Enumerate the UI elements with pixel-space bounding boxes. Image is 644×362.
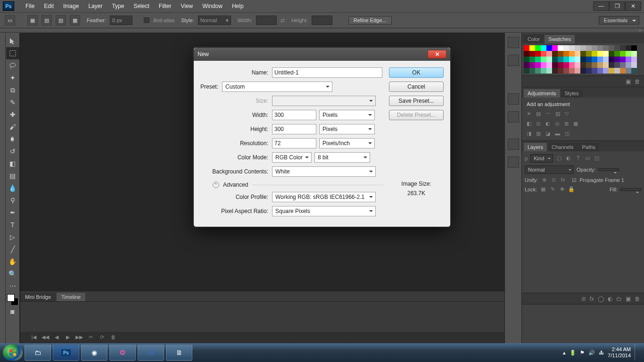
lock-all-icon[interactable]: 🔒 [568,186,575,193]
filter-pixel-icon[interactable]: ▢ [556,155,562,162]
menu-window[interactable]: Window [198,1,227,11]
workspace-switcher[interactable]: Essentials [599,16,639,25]
healing-brush-tool-icon[interactable]: ✚ [6,108,19,121]
swatch[interactable] [592,45,597,51]
properties-panel-icon[interactable] [508,93,519,105]
tab-color[interactable]: Color [524,35,544,43]
taskbar-app-pink[interactable]: ❂ [109,345,136,361]
bit-depth-dropdown[interactable]: 8 bit [314,152,370,163]
adj-curves-icon[interactable]: 〰 [545,111,551,117]
swatch[interactable] [609,45,614,51]
eraser-tool-icon[interactable]: ◧ [6,157,19,170]
delete-swatch-icon[interactable]: 🗑 [635,78,640,85]
swatch[interactable] [580,62,586,68]
taskbar-word[interactable]: W [138,345,164,361]
swatch[interactable] [552,68,558,74]
swatch[interactable] [620,51,626,57]
swatch[interactable] [569,45,575,51]
swatch[interactable] [569,57,575,62]
adj-levels-icon[interactable]: ▤ [536,111,541,117]
swatch[interactable] [586,68,592,74]
swatch[interactable] [546,62,552,68]
transport-next-icon[interactable]: ▶▶ [75,334,83,340]
swatch[interactable] [580,45,586,51]
resolution-unit-dropdown[interactable]: Pixels/Inch [319,138,375,148]
tab-styles[interactable]: Styles [561,89,583,98]
swatch[interactable] [535,45,541,51]
cancel-button[interactable]: Cancel [389,82,444,92]
swatch[interactable] [609,62,614,68]
transport-back-icon[interactable]: ◀ [52,334,61,340]
fill-dropdown[interactable] [620,188,641,191]
tab-adjustments[interactable]: Adjustments [524,89,560,98]
unify-style-icon[interactable]: fx [560,177,566,183]
layer-filter-kind[interactable]: Kind [530,154,553,163]
swatch[interactable] [631,68,637,74]
swatch[interactable] [563,68,569,74]
swatch[interactable] [529,57,535,62]
swap-wh-icon[interactable]: ⇄ [281,17,285,24]
path-select-tool-icon[interactable]: ▷ [6,231,19,243]
adj-lut-icon[interactable]: ▦ [573,121,578,127]
tab-swatches[interactable]: Swatches [545,35,575,43]
style-dropdown[interactable]: Normal▾ [198,16,231,25]
tab-mini-bridge[interactable]: Mini Bridge [20,293,56,301]
menu-edit[interactable]: Edit [39,1,58,11]
tab-channels[interactable]: Channels [548,143,577,151]
transport-trash-icon[interactable]: 🗑 [109,334,117,340]
intersect-selection-icon[interactable]: ▩ [70,15,80,25]
eyedropper-tool-icon[interactable]: ✎ [6,96,19,108]
history-panel-icon[interactable] [508,37,519,48]
color-mode-dropdown[interactable]: RGB Color [272,152,312,163]
adj-bw-icon[interactable]: ◐ [545,121,550,127]
delete-layer-icon[interactable]: 🗑 [635,296,640,302]
swatch[interactable] [597,45,603,51]
height-unit-dropdown[interactable]: Pixels [319,124,375,134]
swatch[interactable] [620,45,626,51]
swatch[interactable] [535,62,541,68]
window-restore[interactable]: ❐ [609,1,625,11]
fx-icon[interactable]: fx [590,296,594,302]
gradient-tool-icon[interactable]: ▤ [6,170,19,182]
window-minimize[interactable]: — [593,1,609,11]
taskbar-notepad[interactable]: 🗎 [166,345,192,361]
transport-play-icon[interactable]: ▶ [64,334,72,340]
ok-button[interactable]: OK [389,67,444,78]
swatch[interactable] [603,62,609,68]
swatch[interactable] [569,62,575,68]
new-swatch-icon[interactable]: ▣ [626,78,631,85]
swatch[interactable] [603,68,609,74]
history-brush-tool-icon[interactable]: ↺ [6,145,19,157]
swatch[interactable] [626,57,631,62]
adj-hue-icon[interactable]: ◧ [527,121,531,127]
menu-help[interactable]: Help [227,1,248,11]
swatch[interactable] [529,68,535,74]
brush-tool-icon[interactable]: 🖌 [6,121,19,133]
blur-tool-icon[interactable]: 💧 [6,182,19,194]
swatch[interactable] [597,57,603,62]
swatch[interactable] [541,45,546,51]
menu-type[interactable]: Type [107,1,129,11]
magic-wand-tool-icon[interactable]: ✦ [6,72,19,84]
adj-gradmap-icon[interactable]: ▬ [555,131,560,137]
swatch[interactable] [529,45,535,51]
swatch[interactable] [541,57,546,62]
resolution-input[interactable] [272,138,316,148]
swatch[interactable] [620,68,626,74]
filter-type-icon[interactable]: T [575,155,581,162]
lasso-tool-icon[interactable] [6,59,19,72]
swatch[interactable] [631,57,637,62]
filter-adjust-icon[interactable]: ◐ [565,155,572,162]
blend-mode-dropdown[interactable]: Normal [525,165,574,174]
zoom-tool-icon[interactable]: 🔍 [6,268,19,280]
swatches-grid[interactable] [522,43,641,75]
swatch[interactable] [626,45,631,51]
antialias-checkbox[interactable] [144,17,149,23]
tray-volume-icon[interactable]: 🔊 [588,350,595,356]
lock-pixel-icon[interactable]: ✎ [549,186,556,193]
new-selection-icon[interactable]: ▦ [27,15,38,25]
swatch[interactable] [597,68,603,74]
swatch[interactable] [603,45,609,51]
swatch[interactable] [603,57,609,62]
swatch[interactable] [614,51,620,57]
